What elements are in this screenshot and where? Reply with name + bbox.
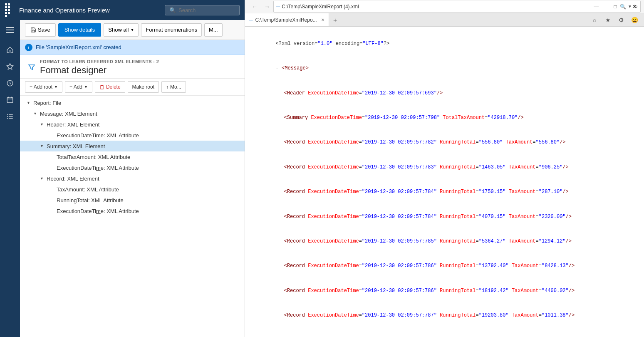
tree-arrow-record: ▼ bbox=[40, 176, 45, 181]
tree-label-totaltax: TotalTaxAmount: XML Attribute bbox=[57, 154, 130, 160]
tree-item-execdt-header[interactable]: ExecutionDateTime: XML Attribute bbox=[20, 130, 245, 141]
move-text: Mo... bbox=[170, 84, 181, 90]
svg-point-11 bbox=[7, 114, 8, 115]
settings-browser-icon[interactable]: ⚙ bbox=[615, 14, 627, 26]
make-root-button[interactable]: Make root bbox=[128, 81, 159, 93]
add-root-button[interactable]: + Add root ▼ bbox=[25, 81, 62, 93]
tree-item-summary[interactable]: ▼ Summary: XML Element bbox=[20, 141, 245, 151]
svg-point-13 bbox=[7, 118, 8, 119]
search-box[interactable]: 🔍 bbox=[165, 5, 240, 15]
xml-record-2: <Record ExecutionDateTime="2019-12-30 02… bbox=[252, 155, 637, 180]
svg-rect-2 bbox=[6, 32, 14, 33]
address-text: C:\Temp\SampleXmlReport (4).xml bbox=[282, 4, 618, 10]
tree-label-summary: Summary: XML Element bbox=[47, 143, 105, 149]
sidebar-hamburger[interactable] bbox=[2, 22, 18, 38]
tree-label-execdt-s: ExecutionDateTime: XML Attribute bbox=[57, 165, 139, 171]
close-button[interactable]: ✕ bbox=[625, 0, 644, 13]
xml-header: <Header ExecutionDateTime="2019-12-30 02… bbox=[252, 81, 637, 106]
tree-item-execdt-summary[interactable]: ExecutionDateTime: XML Attribute bbox=[20, 162, 245, 173]
move-label: ↑ bbox=[166, 84, 168, 90]
tree-view[interactable]: ▼ Report: File ▼ Message: XML Element ▼ … bbox=[20, 96, 245, 337]
new-tab-button[interactable]: + bbox=[329, 15, 342, 26]
forward-button[interactable]: → bbox=[261, 0, 273, 13]
tree-item-message[interactable]: ▼ Message: XML Element bbox=[20, 108, 245, 119]
tree-item-execdt-record[interactable]: ExecutionDateTime: XML Attribute bbox=[20, 206, 245, 216]
save-label: Save bbox=[38, 27, 50, 33]
maximize-button[interactable]: □ bbox=[606, 0, 625, 13]
search-icon: 🔍 bbox=[169, 7, 176, 13]
tree-item-header[interactable]: ▼ Header: XML Element bbox=[20, 119, 245, 130]
xml-record-9: <Record ExecutionDateTime="2019-12-30 02… bbox=[252, 328, 637, 337]
emoji-icon[interactable]: 😀 bbox=[628, 14, 641, 26]
tree-item-report[interactable]: ▼ Report: File bbox=[20, 97, 245, 108]
sidebar-favorites[interactable] bbox=[2, 58, 18, 75]
sidebar-home[interactable] bbox=[2, 42, 18, 58]
tree-label-header: Header: XML Element bbox=[47, 121, 99, 128]
format-enumerations-label: Format enumerations bbox=[146, 27, 197, 33]
tree-arrow-message: ▼ bbox=[33, 112, 38, 116]
sidebar-list[interactable] bbox=[2, 108, 18, 125]
tree-item-totaltax[interactable]: TotalTaxAmount: XML Attribute bbox=[20, 151, 245, 162]
svg-point-12 bbox=[7, 116, 8, 117]
home-browser-icon[interactable]: ⌂ bbox=[588, 14, 601, 26]
tree-label-execdt-h: ExecutionDateTime: XML Attribute bbox=[57, 132, 139, 139]
svg-rect-1 bbox=[6, 30, 14, 30]
save-button[interactable]: Save bbox=[25, 23, 56, 37]
more-label: M... bbox=[209, 27, 218, 33]
format-enumerations-button[interactable]: Format enumerations bbox=[141, 23, 202, 37]
xml-record-3: <Record ExecutionDateTime="2019-12-30 02… bbox=[252, 180, 637, 204]
search-input[interactable] bbox=[178, 7, 228, 13]
format-label: FORMAT TO LEARN DEFERRED XML ELEMENTS : … bbox=[40, 59, 159, 64]
xml-record-6: <Record ExecutionDateTime="2019-12-30 02… bbox=[252, 254, 637, 279]
tree-item-runningtotal[interactable]: RunningTotal: XML Attribute bbox=[20, 195, 245, 206]
tree-label-tax: TaxAmount: XML Attribute bbox=[57, 186, 119, 193]
address-bar[interactable]: ─ C:\Temp\SampleXmlReport (4).xml 🔍 ▼ ↻ bbox=[273, 1, 641, 12]
svg-rect-0 bbox=[6, 27, 14, 28]
xml-record-4: <Record ExecutionDateTime="2019-12-30 02… bbox=[252, 205, 637, 229]
minimize-button[interactable]: — bbox=[587, 0, 606, 13]
left-sidebar bbox=[0, 20, 20, 337]
add-button[interactable]: + Add ▼ bbox=[65, 81, 92, 93]
show-details-button[interactable]: Show details bbox=[58, 23, 102, 37]
delete-icon bbox=[99, 84, 104, 90]
delete-button[interactable]: Delete bbox=[95, 81, 125, 93]
tree-item-record[interactable]: ▼ Record: XML Element bbox=[20, 173, 245, 184]
panel-header: FORMAT TO LEARN DEFERRED XML ELEMENTS : … bbox=[20, 55, 245, 79]
add-dropdown-icon: ▼ bbox=[84, 85, 88, 89]
xml-record-8: <Record ExecutionDateTime="2019-12-30 02… bbox=[252, 303, 637, 328]
back-button[interactable]: ← bbox=[248, 0, 261, 13]
tab-bar: ─ C:\Temp\SampleXmlRepo... ✕ + ⌂ ★ ⚙ 😀 bbox=[245, 13, 644, 27]
sidebar-history[interactable] bbox=[2, 75, 18, 92]
xml-record-5: <Record ExecutionDateTime="2019-12-30 02… bbox=[252, 229, 637, 254]
make-root-label: Make root bbox=[132, 84, 154, 90]
tree-label-message: Message: XML Element bbox=[40, 111, 97, 117]
grid-icon bbox=[5, 3, 12, 17]
add-root-dropdown-icon: ▼ bbox=[54, 85, 58, 89]
xml-record-1: <Record ExecutionDateTime="2019-12-30 02… bbox=[252, 131, 637, 155]
notification-bar: i File 'SampleXmlReport.xml' created bbox=[20, 40, 245, 55]
filter-icon[interactable] bbox=[27, 62, 37, 72]
tab-close-icon[interactable]: ✕ bbox=[321, 17, 324, 22]
more-button[interactable]: M... bbox=[204, 23, 223, 37]
tree-label-record: Record: XML Element bbox=[47, 176, 99, 182]
panel-toolbar: + Add root ▼ + Add ▼ Delete Make root ↑ … bbox=[20, 79, 245, 96]
xml-summary: <Summary ExecutionDateTime="2019-12-30 0… bbox=[252, 106, 637, 130]
format-title: Format designer bbox=[40, 65, 159, 76]
browser-icon: ─ bbox=[276, 3, 280, 10]
show-all-button[interactable]: Show all ▼ bbox=[104, 23, 139, 37]
sidebar-calendar[interactable] bbox=[2, 92, 18, 108]
tree-item-taxamount[interactable]: TaxAmount: XML Attribute bbox=[20, 184, 245, 195]
browser-tab-1[interactable]: ─ C:\Temp\SampleXmlRepo... ✕ bbox=[245, 13, 329, 26]
notification-text: File 'SampleXmlReport.xml' created bbox=[36, 44, 121, 50]
tree-arrow-header: ▼ bbox=[40, 122, 45, 126]
window-controls: — □ ✕ bbox=[587, 0, 644, 13]
tree-arrow-summary: ▼ bbox=[40, 144, 45, 148]
app-title: Finance and Operations Preview bbox=[19, 7, 158, 14]
move-button[interactable]: ↑ Mo... bbox=[161, 81, 186, 93]
svg-rect-4 bbox=[7, 97, 13, 103]
add-root-label: + Add root bbox=[30, 84, 52, 90]
favorites-icon[interactable]: ★ bbox=[602, 14, 614, 26]
show-all-dropdown-icon: ▼ bbox=[131, 28, 134, 32]
title-bar: Finance and Operations Preview 🔍 bbox=[0, 0, 245, 20]
xml-declaration: <?xml version="1.0" encoding="UTF-8"?> bbox=[252, 32, 637, 56]
